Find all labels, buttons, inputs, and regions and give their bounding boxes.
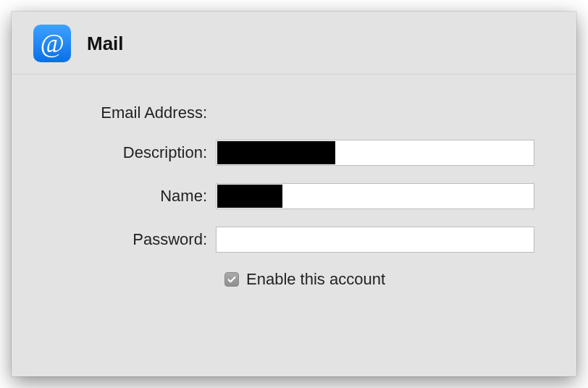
description-label: Description:	[45, 143, 216, 162]
password-label: Password:	[45, 230, 216, 249]
email-address-row: Email Address:	[45, 104, 543, 122]
page-title: Mail	[87, 33, 124, 55]
description-row: Description:	[45, 140, 543, 166]
description-field[interactable]	[216, 140, 534, 166]
password-row: Password:	[45, 227, 543, 253]
name-row: Name:	[45, 183, 543, 209]
checkmark-icon	[227, 274, 237, 284]
at-sign-glyph: @	[40, 28, 64, 59]
password-field[interactable]	[216, 227, 534, 253]
enable-account-checkbox[interactable]	[224, 272, 239, 287]
enable-account-label[interactable]: Enable this account	[246, 270, 385, 289]
name-label: Name:	[45, 187, 216, 206]
mail-settings-pane: @ Mail Email Address: Description: Name:…	[12, 12, 576, 376]
header: @ Mail	[12, 12, 576, 75]
at-sign-icon: @	[33, 25, 71, 62]
enable-account-row: Enable this account	[224, 270, 543, 289]
form-area: Email Address: Description: Name: Passwo…	[12, 75, 576, 289]
name-field[interactable]	[216, 183, 534, 209]
email-address-label: Email Address:	[45, 104, 216, 122]
